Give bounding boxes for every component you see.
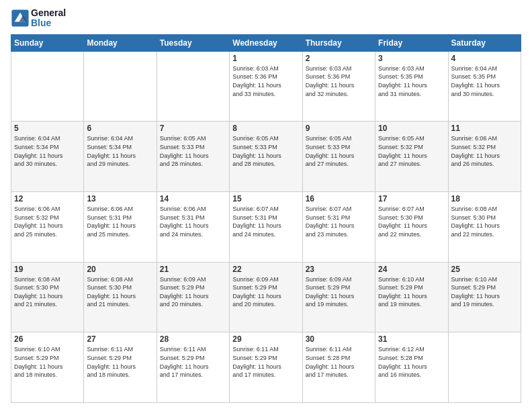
calendar-cell: 13Sunrise: 6:06 AMSunset: 5:31 PMDayligh…	[84, 192, 157, 263]
sun-time: and 21 minutes.	[87, 300, 153, 309]
sun-time: Sunrise: 6:03 AM	[232, 64, 299, 73]
calendar-cell: 25Sunrise: 6:10 AMSunset: 5:29 PMDayligh…	[448, 262, 521, 332]
cell-info: Sunrise: 6:11 AMSunset: 5:29 PMDaylight:…	[160, 345, 226, 379]
sun-time: Sunset: 5:30 PM	[14, 283, 81, 292]
daylight-hours: Daylight: 11 hours	[232, 292, 299, 301]
sun-time: and 33 minutes.	[232, 90, 299, 99]
sun-time: Sunrise: 6:09 AM	[160, 275, 226, 284]
sun-time: and 19 minutes.	[378, 300, 445, 309]
sun-time: and 16 minutes.	[378, 371, 445, 379]
calendar-cell	[84, 51, 157, 122]
daylight-hours: Daylight: 11 hours	[160, 363, 226, 371]
cell-info: Sunrise: 6:04 AMSunset: 5:34 PMDaylight:…	[87, 134, 153, 168]
day-number: 18	[451, 194, 518, 203]
calendar-cell: 4Sunrise: 6:04 AMSunset: 5:35 PMDaylight…	[448, 51, 521, 122]
calendar-cell: 8Sunrise: 6:05 AMSunset: 5:33 PMDaylight…	[230, 122, 302, 192]
cell-info: Sunrise: 6:07 AMSunset: 5:31 PMDaylight:…	[306, 205, 372, 238]
daylight-hours: Daylight: 11 hours	[232, 222, 299, 230]
sun-time: Sunrise: 6:10 AM	[378, 275, 445, 284]
calendar-cell: 11Sunrise: 6:06 AMSunset: 5:32 PMDayligh…	[448, 122, 521, 192]
calendar-cell: 6Sunrise: 6:04 AMSunset: 5:34 PMDaylight…	[84, 122, 157, 192]
sun-time: Sunset: 5:33 PM	[160, 143, 226, 152]
sun-time: Sunset: 5:29 PM	[160, 354, 226, 363]
daylight-hours: Daylight: 11 hours	[378, 292, 445, 301]
cell-info: Sunrise: 6:05 AMSunset: 5:33 PMDaylight:…	[306, 134, 372, 168]
daylight-hours: Daylight: 11 hours	[306, 292, 372, 301]
daylight-hours: Daylight: 11 hours	[451, 222, 518, 230]
day-number: 11	[451, 124, 518, 133]
cell-info: Sunrise: 6:06 AMSunset: 5:32 PMDaylight:…	[14, 205, 81, 238]
day-number: 8	[232, 124, 299, 133]
sun-time: and 20 minutes.	[232, 300, 299, 309]
cell-info: Sunrise: 6:06 AMSunset: 5:32 PMDaylight:…	[451, 134, 518, 168]
calendar-cell: 22Sunrise: 6:09 AMSunset: 5:29 PMDayligh…	[230, 262, 302, 332]
sun-time: Sunset: 5:31 PM	[306, 214, 372, 222]
sun-time: Sunrise: 6:11 AM	[306, 345, 372, 354]
sun-time: and 31 minutes.	[378, 90, 445, 99]
sun-time: Sunset: 5:35 PM	[378, 73, 445, 81]
col-header-wednesday: Wednesday	[230, 34, 302, 51]
daylight-hours: Daylight: 11 hours	[451, 292, 518, 301]
calendar-week-1: 5Sunrise: 6:04 AMSunset: 5:34 PMDaylight…	[11, 122, 521, 192]
sun-time: and 29 minutes.	[87, 160, 153, 169]
sun-time: Sunrise: 6:07 AM	[306, 205, 372, 214]
cell-info: Sunrise: 6:03 AMSunset: 5:36 PMDaylight:…	[306, 64, 372, 98]
sun-time: Sunset: 5:30 PM	[87, 283, 153, 292]
sun-time: and 27 minutes.	[378, 160, 445, 169]
sun-time: Sunset: 5:33 PM	[232, 143, 299, 152]
daylight-hours: Daylight: 11 hours	[232, 81, 299, 90]
daylight-hours: Daylight: 11 hours	[306, 222, 372, 230]
col-header-monday: Monday	[84, 34, 157, 51]
calendar-cell: 2Sunrise: 6:03 AMSunset: 5:36 PMDaylight…	[302, 51, 375, 122]
header: General Blue	[11, 8, 521, 29]
cell-info: Sunrise: 6:09 AMSunset: 5:29 PMDaylight:…	[232, 275, 299, 309]
sun-time: and 21 minutes.	[14, 300, 81, 309]
daylight-hours: Daylight: 11 hours	[232, 363, 299, 371]
calendar-cell: 18Sunrise: 6:08 AMSunset: 5:30 PMDayligh…	[448, 192, 521, 263]
daylight-hours: Daylight: 11 hours	[378, 222, 445, 230]
daylight-hours: Daylight: 11 hours	[306, 363, 372, 371]
daylight-hours: Daylight: 11 hours	[87, 292, 153, 301]
calendar-cell: 21Sunrise: 6:09 AMSunset: 5:29 PMDayligh…	[157, 262, 229, 332]
calendar-cell	[448, 332, 521, 403]
calendar-week-2: 12Sunrise: 6:06 AMSunset: 5:32 PMDayligh…	[11, 192, 521, 263]
daylight-hours: Daylight: 11 hours	[87, 152, 153, 161]
sun-time: Sunset: 5:34 PM	[87, 143, 153, 152]
cell-info: Sunrise: 6:10 AMSunset: 5:29 PMDaylight:…	[378, 275, 445, 309]
daylight-hours: Daylight: 11 hours	[306, 81, 372, 90]
day-number: 16	[306, 194, 372, 203]
day-number: 7	[160, 124, 226, 133]
daylight-hours: Daylight: 11 hours	[14, 222, 81, 230]
daylight-hours: Daylight: 11 hours	[160, 222, 226, 230]
daylight-hours: Daylight: 11 hours	[451, 81, 518, 90]
sun-time: Sunrise: 6:07 AM	[378, 205, 445, 214]
calendar-cell: 14Sunrise: 6:06 AMSunset: 5:31 PMDayligh…	[157, 192, 229, 263]
day-number: 14	[160, 194, 226, 203]
day-number: 26	[14, 334, 81, 344]
sun-time: Sunrise: 6:04 AM	[87, 134, 153, 143]
day-number: 2	[306, 54, 372, 63]
sun-time: Sunset: 5:30 PM	[378, 214, 445, 222]
day-number: 24	[378, 265, 445, 274]
sun-time: and 20 minutes.	[160, 300, 226, 309]
sun-time: Sunrise: 6:06 AM	[14, 205, 81, 214]
daylight-hours: Daylight: 11 hours	[378, 81, 445, 90]
cell-info: Sunrise: 6:08 AMSunset: 5:30 PMDaylight:…	[87, 275, 153, 309]
calendar-cell	[11, 51, 84, 122]
sun-time: and 28 minutes.	[160, 160, 226, 169]
daylight-hours: Daylight: 11 hours	[14, 152, 81, 161]
sun-time: and 17 minutes.	[306, 371, 372, 379]
sun-time: Sunset: 5:29 PM	[378, 283, 445, 292]
day-number: 28	[160, 334, 226, 344]
calendar-cell: 16Sunrise: 6:07 AMSunset: 5:31 PMDayligh…	[302, 192, 375, 263]
day-number: 15	[232, 194, 299, 203]
sun-time: and 27 minutes.	[306, 160, 372, 169]
cell-info: Sunrise: 6:10 AMSunset: 5:29 PMDaylight:…	[14, 345, 81, 379]
cell-info: Sunrise: 6:11 AMSunset: 5:28 PMDaylight:…	[306, 345, 372, 379]
day-number: 29	[232, 334, 299, 344]
cell-info: Sunrise: 6:09 AMSunset: 5:29 PMDaylight:…	[160, 275, 226, 309]
sun-time: Sunrise: 6:05 AM	[378, 134, 445, 143]
cell-info: Sunrise: 6:07 AMSunset: 5:31 PMDaylight:…	[232, 205, 299, 238]
calendar-cell: 3Sunrise: 6:03 AMSunset: 5:35 PMDaylight…	[375, 51, 448, 122]
sun-time: Sunset: 5:28 PM	[306, 354, 372, 363]
